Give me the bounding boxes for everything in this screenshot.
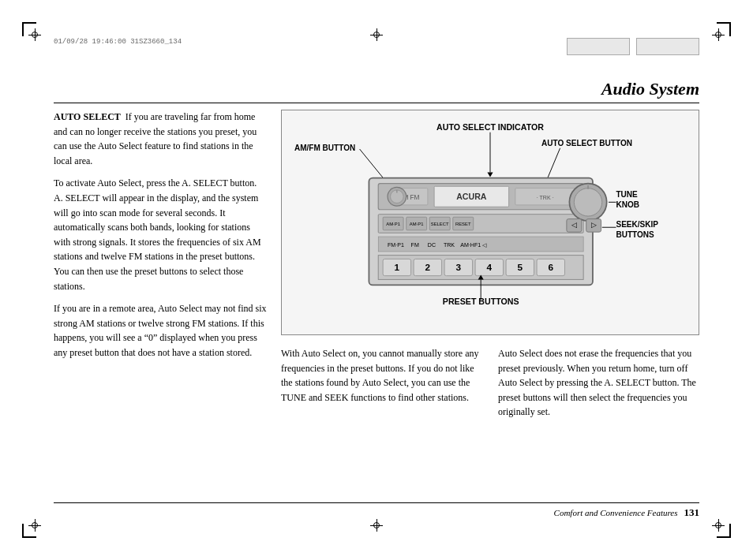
svg-text:▷: ▷ [591,220,597,229]
svg-text:TUNE: TUNE [616,190,638,199]
auto-select-para2: To activate Auto Select, press the A. SE… [54,176,267,293]
svg-text:◁: ◁ [571,220,577,229]
svg-text:TRK: TRK [444,242,455,248]
bottom-right-text: Auto Select does not erase the frequenci… [498,346,699,420]
left-column: AUTO SELECT If you are traveling far fro… [54,99,267,497]
svg-line-4 [546,148,560,182]
svg-text:SEEK/SKIP: SEEK/SKIP [616,220,658,229]
footer-page-number: 131 [684,506,700,519]
svg-text:KNOB: KNOB [616,200,639,209]
svg-text:SELECT: SELECT [431,222,449,226]
svg-text:BUTTONS: BUTTONS [616,230,654,239]
svg-text:AM·P1: AM·P1 [410,222,424,226]
diagram-container: AUTO SELECT INDICATOR AM/FM BUTTON AUTO … [281,110,699,335]
header-box-1 [567,38,630,55]
svg-point-27 [574,189,601,216]
bottom-columns: With Auto Select on, you cannot manually… [281,346,699,420]
auto-select-intro: AUTO SELECT If you are traveling far fro… [54,110,267,168]
label-auto-select-indicator: AUTO SELECT INDICATOR [436,122,544,132]
footer: Comfort and Convenience Features 131 [54,502,699,519]
main-content: AUTO SELECT If you are traveling far fro… [54,99,699,497]
header-boxes [567,38,699,55]
svg-text:1: 1 [395,262,400,273]
svg-text:AM·P1: AM·P1 [386,222,400,226]
svg-text:FM·P1: FM·P1 [388,242,404,248]
svg-marker-1 [487,173,493,177]
radio-diagram-svg: AUTO SELECT INDICATOR AM/FM BUTTON AUTO … [290,118,691,323]
svg-text:FM: FM [411,242,419,248]
reg-mark-br [712,519,725,532]
footer-section: Comfort and Convenience Features [554,508,678,517]
bottom-left-text: With Auto Select on, you cannot manually… [281,346,482,420]
svg-text:ACURA: ACURA [456,192,487,201]
label-amfm-button: AM/FM BUTTON [294,144,355,152]
diagram-area: AUTO SELECT INDICATOR AM/FM BUTTON AUTO … [281,99,699,497]
svg-text:· TRK ·: · TRK · [537,195,554,201]
svg-text:6: 6 [549,262,554,273]
page-title: Audio System [601,79,699,99]
header: 01/09/28 19:46:00 31SZ3660_134 [54,38,699,55]
svg-text:2: 2 [425,262,431,273]
auto-select-title: AUTO SELECT [54,111,121,122]
svg-text:5: 5 [518,262,523,273]
reg-mark-bottom [370,519,383,532]
svg-text:AM·HF1 ◁: AM·HF1 ◁ [460,242,487,248]
reg-mark-bl [28,519,41,532]
svg-text:4: 4 [487,262,493,273]
header-box-2 [636,38,699,55]
header-stamp: 01/09/28 19:46:00 31SZ3660_134 [54,38,182,46]
svg-text:3: 3 [456,262,462,273]
label-auto-select-button: AUTO SELECT BUTTON [541,139,632,147]
auto-select-para3: If you are in a remote area, Auto Select… [54,301,267,360]
reg-mark-tr [712,28,725,41]
reg-mark-tl [28,28,41,41]
svg-text:RESET: RESET [455,222,471,226]
content-body: AUTO SELECT If you are traveling far fro… [54,99,699,497]
svg-text:DC: DC [428,242,436,248]
